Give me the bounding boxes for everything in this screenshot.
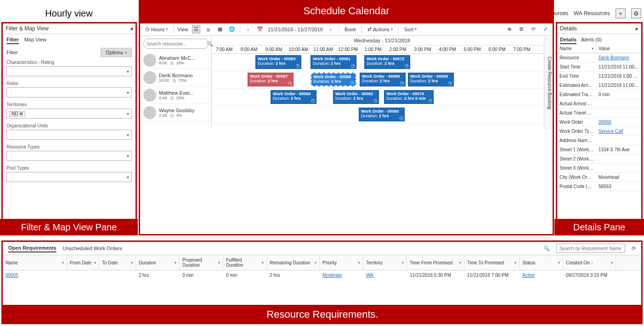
pool-types-select[interactable]: ▾	[6, 172, 132, 182]
work-order-block[interactable]: Work Order - 00063Duration: 2 hrs◷	[255, 55, 301, 69]
tab-filter[interactable]: Filter	[6, 36, 19, 44]
tab-map-view[interactable]: Map View	[24, 36, 46, 44]
work-order-block[interactable]: Work Order - 00067Duration: 2 hrs◷	[248, 73, 294, 86]
chevron-down-icon[interactable]: ▾	[592, 46, 593, 51]
org-units-select[interactable]: ▾	[6, 130, 132, 140]
chevron-down-icon[interactable]: ▾	[358, 261, 360, 265]
chevron-down-icon[interactable]: ▾	[315, 261, 316, 265]
hours-dropdown[interactable]: ◷Hours ▾	[143, 25, 169, 33]
territory-tag[interactable]: ND ✕	[9, 111, 25, 117]
book-button[interactable]: Book	[343, 26, 358, 33]
resource-row[interactable]: Wayne Goolsby2:00◷4%	[141, 104, 211, 121]
details-link[interactable]: Derik Bormann	[599, 55, 629, 60]
details-link[interactable]: Service Call	[599, 129, 623, 134]
column-header[interactable]: Time To Promised▾	[464, 255, 520, 270]
calendar-row[interactable]: Work Order - 00067Duration: 2 hrs◷Work O…	[212, 71, 552, 89]
options-button[interactable]: Options▾	[101, 48, 132, 57]
column-header[interactable]: Proposed Duration▾	[180, 255, 223, 270]
collapse-left-icon[interactable]: ◂	[130, 25, 133, 32]
chevron-down-icon[interactable]: ▾	[558, 261, 560, 265]
table-link[interactable]: 00055	[6, 273, 18, 278]
column-header[interactable]: Territory▾	[363, 255, 407, 270]
column-header[interactable]: To Date▾	[99, 255, 136, 270]
settings-icon[interactable]: ⚙	[517, 25, 525, 34]
sort-dropdown[interactable]: Sort ▾	[402, 26, 418, 33]
territories-select[interactable]: ND ✕ ▾	[6, 109, 132, 119]
column-header[interactable]: Created On ↑▾	[563, 255, 616, 270]
view-columns-icon[interactable]: ⫼	[204, 25, 212, 34]
table-link[interactable]: Active	[522, 273, 535, 278]
chevron-down-icon[interactable]: ▾	[62, 261, 64, 265]
chevron-down-icon[interactable]: ▾	[262, 261, 264, 265]
resource-row[interactable]: Derik Bormann19:00◷70%	[141, 69, 211, 86]
column-header[interactable]: Duration▾	[136, 255, 180, 270]
resource-search[interactable]: 🔍	[143, 39, 209, 49]
calendar-hour-header: 7:00 AM8:00 AM9:00 AM10:00 AM11:00 AM12:…	[212, 46, 552, 54]
date-range[interactable]: 11/21/2018 - 11/27/2018	[268, 27, 323, 32]
refresh-icon[interactable]: ⟳	[632, 245, 636, 252]
remove-tag-icon[interactable]: ✕	[19, 111, 23, 116]
view-list-icon[interactable]: ☰	[192, 25, 200, 34]
chevron-down-icon[interactable]: ▾	[94, 261, 96, 265]
characteristics-select[interactable]: ▾	[6, 66, 132, 76]
resource-row[interactable]: Abraham McC...8:00◷18%	[141, 51, 211, 69]
work-order-block[interactable]: Work Order - 00064Duration: 2 hrs◷	[271, 90, 316, 104]
work-order-block[interactable]: Work Order - 00062Duration: 2 hrs◷	[333, 90, 379, 104]
calendar-row[interactable]: Work Order - 00063Duration: 2 hrs◷Work O…	[212, 54, 552, 71]
resource-row[interactable]: Matthew Ever...6:46◷15%	[141, 86, 211, 104]
tab-alerts[interactable]: Alerts (0)	[581, 36, 602, 44]
column-header[interactable]: Remaining Duration▾	[267, 255, 320, 270]
calendar-icon[interactable]: 📅	[256, 25, 264, 34]
roles-select[interactable]: ▾	[6, 87, 132, 97]
eye-icon[interactable]: 👁	[505, 25, 514, 34]
table-row[interactable]: 000552 hrs0 min0 min2 hrsModerateWA11/21…	[3, 270, 641, 280]
calendar-row[interactable]: Work Order - 00060Duration: 2 hrs◷	[212, 106, 552, 124]
work-order-block[interactable]: Work Order - 00069Duration: 2 hrs◷	[360, 73, 406, 86]
column-header[interactable]: Status▾	[520, 255, 563, 270]
chevron-down-icon[interactable]: ▾	[514, 261, 516, 265]
gear-icon[interactable]: ⚙	[631, 8, 641, 18]
work-order-block[interactable]: Work Order - 00060Duration: 2 hrs◷	[359, 108, 405, 121]
calendar-grid[interactable]: Work Order - 00063Duration: 2 hrs◷Work O…	[212, 54, 552, 127]
work-order-block[interactable]: Work Order - 00065Duration: 2 hrs◷	[408, 73, 454, 86]
resource-search-input[interactable]	[147, 41, 205, 46]
resource-types-select[interactable]: ▾	[6, 151, 132, 161]
chevron-down-icon[interactable]: ▾	[611, 261, 613, 265]
chevron-down-icon[interactable]: ▾	[218, 261, 220, 265]
column-header[interactable]: Priority▾	[320, 255, 363, 270]
column-header[interactable]: Fulfilled Duration▾	[223, 255, 267, 270]
next-icon[interactable]: ›	[327, 25, 335, 34]
refresh-icon[interactable]: ⟳	[529, 25, 537, 34]
view-grid-icon[interactable]: ▦	[216, 25, 224, 34]
resources-link[interactable]: Resources	[542, 10, 568, 17]
chevron-down-icon[interactable]: ▾	[131, 261, 133, 265]
collapse-right-icon[interactable]: ▸	[636, 25, 638, 32]
work-order-block[interactable]: Work Order - 00072Duration: 2 hrs◷	[364, 55, 410, 69]
plus-icon[interactable]: +	[616, 8, 626, 18]
tab-details[interactable]: Details	[560, 36, 576, 44]
actions-dropdown[interactable]: ⇄Actions ▾	[366, 25, 395, 33]
create-resource-booking-tab[interactable]: Create Resource Booking	[544, 37, 552, 129]
prev-icon[interactable]: ‹	[244, 25, 252, 34]
expand-icon[interactable]: ⤢	[541, 25, 549, 34]
table-link[interactable]: WA	[366, 273, 373, 278]
chevron-down-icon: ▾	[127, 175, 129, 180]
search-icon[interactable]: 🔍	[543, 245, 550, 252]
work-order-block[interactable]: Work Order - 00068Duration: 2 hrs◷	[311, 73, 356, 86]
column-header[interactable]: From Date▾	[67, 255, 99, 270]
chevron-down-icon[interactable]: ▾	[459, 261, 461, 265]
requirement-search-input[interactable]	[556, 244, 625, 253]
table-link[interactable]: Moderate	[322, 273, 342, 278]
view-globe-icon[interactable]: 🌐	[228, 25, 236, 34]
wa-resources-link[interactable]: WA Resources	[574, 10, 610, 17]
chevron-down-icon[interactable]: ▾	[402, 261, 404, 265]
calendar-row[interactable]: Work Order - 00064Duration: 2 hrs◷Work O…	[212, 89, 552, 106]
tab-unscheduled-work-orders[interactable]: Unscheduled Work Orders	[63, 245, 122, 252]
column-header[interactable]: Name▾	[3, 255, 67, 270]
work-order-block[interactable]: Work Order - 00070Duration: 2 hrs 5 min◷	[384, 90, 434, 104]
work-order-block[interactable]: Work Order - 00061Duration: 2 hrs◷	[311, 55, 356, 69]
details-link[interactable]: 00068	[599, 120, 611, 125]
tab-open-requirements[interactable]: Open Requirements	[8, 244, 56, 252]
column-header[interactable]: Time From Promised▾	[407, 255, 464, 270]
chevron-down-icon[interactable]: ▾	[175, 261, 176, 265]
